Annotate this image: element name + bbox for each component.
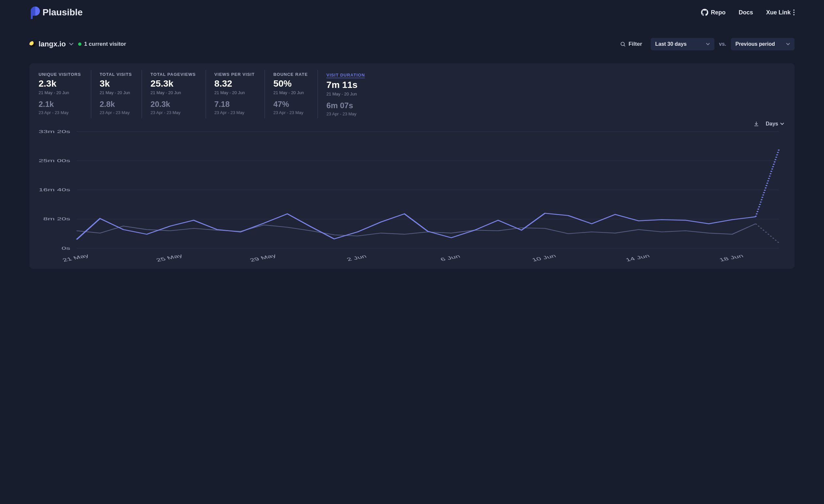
stat-label: Total visits — [100, 72, 132, 77]
compare-value: Previous period — [735, 41, 775, 47]
chevron-down-icon — [706, 42, 710, 46]
site-domain: langx.io — [38, 40, 66, 48]
filter-button[interactable]: Filter — [616, 38, 646, 50]
interval-select[interactable]: Days — [766, 121, 784, 127]
stat-prev-date-range: 23 Apr - 23 May — [100, 110, 132, 115]
svg-point-3 — [621, 42, 625, 46]
svg-text:10 Jun: 10 Jun — [531, 253, 557, 262]
period-select[interactable]: Last 30 days — [651, 38, 714, 50]
stat-card[interactable]: Total visits3k21 May - 20 Jun2.8k23 Apr … — [100, 70, 142, 118]
chart-toolbar: Days — [38, 118, 786, 127]
svg-point-0 — [793, 9, 795, 11]
stat-value: 2.3k — [38, 79, 81, 89]
stat-date-range: 21 May - 20 Jun — [214, 90, 255, 95]
svg-text:2 Jun: 2 Jun — [346, 254, 368, 262]
live-visitors[interactable]: 1 current visitor — [78, 41, 126, 47]
stat-value: 50% — [273, 79, 308, 89]
repo-label: Repo — [711, 9, 726, 16]
nav-right: Repo Docs Xue Link — [701, 9, 795, 16]
live-text: 1 current visitor — [84, 41, 126, 47]
search-icon — [620, 41, 626, 47]
stat-card[interactable]: Total pageviews25.3k21 May - 20 Jun20.3k… — [150, 70, 206, 118]
repo-link[interactable]: Repo — [701, 9, 726, 16]
stat-prev-date-range: 23 Apr - 23 May — [38, 110, 81, 115]
stat-card[interactable]: Unique visitors2.3k21 May - 20 Jun2.1k23… — [38, 70, 91, 118]
svg-text:33m 20s: 33m 20s — [38, 129, 70, 134]
stat-label: Views per visit — [214, 72, 255, 77]
svg-text:25 May: 25 May — [155, 253, 184, 262]
stat-prev-value: 20.3k — [150, 100, 196, 109]
stat-card[interactable]: Visit duration7m 11s21 May - 20 Jun6m 07… — [326, 70, 375, 118]
stat-value: 3k — [100, 79, 132, 89]
svg-line-4 — [624, 45, 625, 46]
svg-text:21 May: 21 May — [62, 253, 90, 262]
chart: 0s8m 20s16m 40s25m 00s33m 20s21 May25 Ma… — [38, 128, 786, 265]
controls-row: langx.io 1 current visitor Filter Last 3… — [29, 38, 795, 50]
svg-text:14 Jun: 14 Jun — [625, 253, 651, 262]
chevron-down-icon — [780, 122, 784, 126]
svg-point-1 — [793, 12, 795, 13]
svg-text:25m 00s: 25m 00s — [38, 158, 70, 163]
user-menu[interactable]: Xue Link — [766, 9, 795, 16]
stat-prev-value: 7.18 — [214, 100, 255, 109]
chevron-down-icon — [69, 42, 74, 46]
stat-date-range: 21 May - 20 Jun — [273, 90, 308, 95]
stat-card[interactable]: Bounce rate50%21 May - 20 Jun47%23 Apr -… — [273, 70, 318, 118]
stat-value: 8.32 — [214, 79, 255, 89]
stat-date-range: 21 May - 20 Jun — [150, 90, 196, 95]
stat-prev-date-range: 23 Apr - 23 May — [273, 110, 308, 115]
plausible-logo-icon — [29, 6, 40, 19]
stat-label: Unique visitors — [38, 72, 81, 77]
period-value: Last 30 days — [655, 41, 687, 47]
more-icon — [793, 9, 795, 15]
stat-card[interactable]: Views per visit8.3221 May - 20 Jun7.1823… — [214, 70, 265, 118]
stat-date-range: 21 May - 20 Jun — [100, 90, 132, 95]
stat-prev-value: 6m 07s — [326, 101, 365, 110]
stats-row: Unique visitors2.3k21 May - 20 Jun2.1k23… — [38, 70, 786, 118]
stat-value: 25.3k — [150, 79, 196, 89]
stat-label: Visit duration — [326, 73, 365, 78]
brand-name: Plausible — [42, 7, 83, 18]
svg-point-2 — [793, 14, 795, 15]
stat-prev-date-range: 23 Apr - 23 May — [150, 110, 196, 115]
brand-logo[interactable]: Plausible — [29, 6, 83, 19]
user-name: Xue Link — [766, 9, 791, 16]
svg-text:0s: 0s — [62, 245, 70, 250]
svg-text:18 Jun: 18 Jun — [718, 253, 744, 262]
vs-label: vs. — [719, 41, 726, 47]
stat-prev-date-range: 23 Apr - 23 May — [214, 110, 255, 115]
compare-select[interactable]: Previous period — [731, 38, 795, 50]
docs-label: Docs — [739, 9, 753, 16]
stat-value: 7m 11s — [326, 80, 365, 90]
site-switcher[interactable]: langx.io — [29, 40, 74, 48]
site-favicon-icon — [29, 41, 35, 47]
stat-prev-value: 2.8k — [100, 100, 132, 109]
top-nav: Plausible Repo Docs Xue Link — [0, 0, 824, 25]
stat-date-range: 21 May - 20 Jun — [38, 90, 81, 95]
svg-text:6 Jun: 6 Jun — [439, 254, 461, 262]
github-icon — [701, 9, 708, 16]
live-dot-icon — [78, 42, 81, 46]
stat-label: Total pageviews — [150, 72, 196, 77]
svg-text:29 May: 29 May — [249, 253, 278, 262]
stat-prev-value: 47% — [273, 100, 308, 109]
stat-date-range: 21 May - 20 Jun — [326, 92, 365, 96]
stat-prev-value: 2.1k — [38, 100, 81, 109]
filter-label: Filter — [628, 41, 642, 47]
download-icon[interactable] — [753, 121, 759, 127]
svg-text:8m 20s: 8m 20s — [43, 216, 70, 221]
stat-label: Bounce rate — [273, 72, 308, 77]
interval-value: Days — [766, 121, 778, 127]
docs-link[interactable]: Docs — [739, 9, 753, 16]
svg-text:16m 40s: 16m 40s — [38, 187, 70, 192]
stat-prev-date-range: 23 Apr - 23 May — [326, 111, 365, 116]
stats-panel: Unique visitors2.3k21 May - 20 Jun2.1k23… — [29, 64, 795, 269]
chevron-down-icon — [786, 42, 790, 46]
